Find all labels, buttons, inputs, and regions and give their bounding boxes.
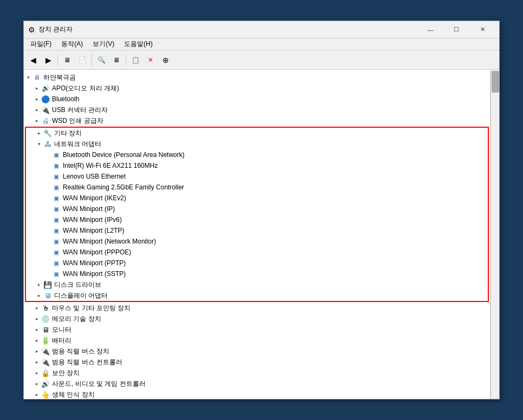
wan-ipv6-label: WAN Miniport (IPv6)	[63, 216, 122, 224]
monitor-label: 모니터	[52, 325, 71, 334]
title-bar-controls: — ☐ ✕	[418, 21, 495, 38]
update-driver-button[interactable]: 📄	[75, 53, 89, 67]
sound-icon: 🔊	[41, 379, 50, 388]
usb-controller-expand[interactable]: ▸	[32, 358, 41, 366]
scrollbar[interactable]	[491, 70, 499, 399]
disk-expand[interactable]: ▸	[35, 280, 43, 289]
item-wan-ip[interactable]: ▣ WAN Miniport (IP)	[26, 204, 488, 214]
memory-expand[interactable]: ▸	[32, 314, 41, 323]
security-expand[interactable]: ▸	[32, 369, 41, 377]
item-apo[interactable]: ▸ 🔊 APO(오디오 처리 개체)	[24, 83, 490, 94]
usb-device-icon: 🔌	[41, 347, 50, 356]
network-card-icon-6: ▣	[52, 205, 61, 213]
root-item[interactable]: ▾ 🖥 하얀북극곰	[24, 72, 490, 83]
monitor-expand[interactable]: ▸	[32, 325, 41, 334]
separator-2	[91, 54, 92, 66]
show-hidden-button[interactable]: 🔍	[94, 53, 108, 67]
toolbar-btn-7[interactable]: ⊕	[159, 53, 173, 67]
highlight-section: ▸ 🔧 기타 장치 ▾ 🖧 네트워크 어댑터 ▣ Bluetooth Devic…	[25, 127, 489, 302]
scan-hardware-button[interactable]: 🖥	[109, 53, 123, 67]
toolbar-btn-6[interactable]: ✕	[143, 53, 158, 67]
item-mouse[interactable]: ▸ 🖱 마우스 및 기타 포인팅 장치	[24, 303, 490, 313]
item-wan-ikev2[interactable]: ▣ WAN Miniport (IKEv2)	[26, 193, 488, 204]
display-label: 디스플레이 어댑터	[54, 291, 108, 300]
item-usb-connector[interactable]: ▸ 🔌 USB 커넥터 관리자	[24, 104, 490, 115]
item-memory[interactable]: ▸ 💿 메모리 기술 장치	[24, 313, 490, 324]
item-battery[interactable]: ▸ 🔋 배터리	[24, 335, 490, 346]
network-card-icon-10: ▣	[52, 248, 61, 257]
item-wifi[interactable]: ▣ Intel(R) Wi-Fi 6E AX211 160MHz	[26, 160, 488, 171]
item-wsd[interactable]: ▸ 🖨 WSD 인쇄 공급자	[24, 115, 490, 126]
other-expand[interactable]: ▸	[35, 129, 43, 137]
item-monitor[interactable]: ▸ 🖥 모니터	[24, 324, 490, 335]
item-disk[interactable]: ▸ 💾 디스크 드라이브	[26, 279, 488, 290]
wan-pppoe-expand	[43, 248, 52, 257]
monitor-icon: 🖥	[41, 325, 50, 334]
wsd-label: WSD 인쇄 공급자	[52, 116, 103, 126]
minimize-button[interactable]: —	[418, 21, 443, 38]
network-card-icon-11: ▣	[52, 259, 61, 267]
toolbar-btn-5[interactable]: 📋	[128, 53, 142, 67]
root-label: 하얀북극곰	[43, 73, 76, 82]
separator-1	[57, 54, 58, 66]
item-display[interactable]: ▸ 🖥 디스플레이 어댑터	[26, 290, 488, 301]
wan-pppoe-label: WAN Miniport (PPPOE)	[63, 248, 131, 256]
forward-button[interactable]: ▶	[41, 53, 55, 67]
item-wan-sstp[interactable]: ▣ WAN Miniport (SSTP)	[26, 268, 488, 279]
properties-button[interactable]: 🖥	[60, 53, 74, 67]
usb-expand[interactable]: ▸	[32, 106, 41, 114]
mouse-expand[interactable]: ▸	[32, 304, 41, 312]
item-bluetooth[interactable]: ▸ 🔵 Bluetooth	[24, 94, 490, 104]
bluetooth-expand[interactable]: ▸	[32, 95, 41, 103]
menu-help[interactable]: 도움말(H)	[120, 38, 157, 50]
security-label: 보안 장치	[52, 369, 80, 378]
item-usb-controller[interactable]: ▸ 🔌 범용 직렬 버스 컨트롤러	[24, 357, 490, 368]
item-biometric[interactable]: ▸ 👆 생체 인식 장치	[24, 389, 490, 399]
realtek-label: Realtek Gaming 2.5GbE Family Controller	[63, 183, 184, 191]
wan-pptp-expand	[43, 259, 52, 267]
item-wan-l2tp[interactable]: ▣ WAN Miniport (L2TP)	[26, 225, 488, 236]
usb-controller-icon: 🔌	[41, 358, 50, 366]
sound-expand[interactable]: ▸	[32, 379, 41, 388]
network-expand[interactable]: ▾	[35, 140, 43, 148]
item-wan-pppoe[interactable]: ▣ WAN Miniport (PPPOE)	[26, 247, 488, 258]
wifi-label: Intel(R) Wi-Fi 6E AX211 160MHz	[63, 162, 158, 169]
apo-label: APO(오디오 처리 개체)	[52, 84, 119, 93]
usb-device-expand[interactable]: ▸	[32, 347, 41, 356]
display-icon: 🖥	[43, 291, 52, 300]
item-wan-nm[interactable]: ▣ WAN Miniport (Network Monitor)	[26, 236, 488, 247]
audio-icon: 🔊	[41, 84, 50, 93]
item-security[interactable]: ▸ 🔒 보안 장치	[24, 368, 490, 378]
item-bt-pan[interactable]: ▣ Bluetooth Device (Personal Area Networ…	[26, 149, 488, 160]
maximize-button[interactable]: ☐	[444, 21, 469, 38]
item-other[interactable]: ▸ 🔧 기타 장치	[26, 128, 488, 139]
item-wan-ipv6[interactable]: ▣ WAN Miniport (IPv6)	[26, 214, 488, 225]
security-icon: 🔒	[41, 369, 50, 377]
disk-label: 디스크 드라이브	[54, 280, 101, 290]
back-button[interactable]: ◀	[26, 53, 40, 67]
biometric-expand[interactable]: ▸	[32, 390, 41, 399]
wan-sstp-expand	[43, 270, 52, 278]
display-expand[interactable]: ▸	[35, 291, 43, 300]
item-realtek[interactable]: ▣ Realtek Gaming 2.5GbE Family Controlle…	[26, 182, 488, 193]
bluetooth-label: Bluetooth	[52, 95, 80, 103]
wsd-expand[interactable]: ▸	[32, 116, 41, 125]
close-button[interactable]: ✕	[470, 21, 495, 38]
battery-label: 배터리	[52, 336, 71, 345]
wan-ikev2-label: WAN Miniport (IKEv2)	[63, 194, 126, 202]
scrollbar-thumb[interactable]	[492, 71, 499, 93]
item-sound[interactable]: ▸ 🔊 사운드, 비디오 및 게임 컨트롤러	[24, 378, 490, 389]
biometric-icon: 👆	[41, 390, 50, 399]
menu-action[interactable]: 동작(A)	[57, 38, 87, 50]
mouse-icon: 🖱	[41, 304, 50, 312]
item-usb-device[interactable]: ▸ 🔌 범용 직렬 버스 장치	[24, 346, 490, 357]
root-expand[interactable]: ▾	[24, 73, 32, 82]
menu-file[interactable]: 파일(F)	[26, 38, 56, 50]
item-wan-pptp[interactable]: ▣ WAN Miniport (PPTP)	[26, 258, 488, 268]
item-network-adapter[interactable]: ▾ 🖧 네트워크 어댑터	[26, 139, 488, 149]
menu-view[interactable]: 보기(V)	[88, 38, 119, 50]
wan-l2tp-label: WAN Miniport (L2TP)	[63, 227, 125, 234]
battery-expand[interactable]: ▸	[32, 336, 41, 345]
item-usb-eth[interactable]: ▣ Lenovo USB Ethernet	[26, 171, 488, 182]
apo-expand[interactable]: ▸	[32, 84, 41, 93]
